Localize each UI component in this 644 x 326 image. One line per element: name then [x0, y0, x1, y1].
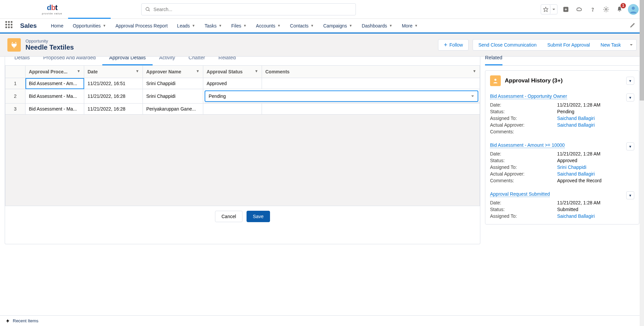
nav-opportunities[interactable]: Opportunities▼ [68, 18, 111, 32]
chevron-down-icon[interactable]: ▼ [389, 24, 392, 27]
cell-process[interactable]: Bid Assessment - Am... [25, 78, 84, 89]
submit-approval-button[interactable]: Submit For Approval [542, 39, 596, 51]
nav-more[interactable]: More▼ [397, 18, 423, 33]
chevron-down-icon: ▼ [473, 69, 476, 73]
history-link[interactable]: Bid Assessment - Amount >= 10000 [490, 142, 565, 148]
cell-comments[interactable] [262, 104, 480, 115]
card-menu-button[interactable]: ▼ [626, 77, 634, 85]
svg-marker-2 [543, 7, 548, 11]
cell-date[interactable]: 11/21/2022, 16:28 [84, 104, 143, 115]
col-comments[interactable]: Comments▼ [262, 66, 480, 78]
chevron-down-icon[interactable]: ▼ [277, 24, 281, 27]
tab-details[interactable]: Details [8, 57, 37, 65]
record-name: Needle Textiles [25, 44, 74, 51]
chevron-down-icon[interactable]: ▼ [243, 24, 247, 27]
chevron-down-icon[interactable]: ▼ [349, 24, 353, 27]
global-header: dbt provide value 1 [0, 0, 644, 19]
chevron-down-icon[interactable]: ▼ [311, 24, 314, 27]
item-menu-button[interactable]: ▼ [626, 142, 634, 150]
org-logo: dbt provide value [42, 3, 62, 15]
approval-history-card: Approval History (3+) ▼ Bid Assessment -… [485, 70, 639, 224]
cell-date[interactable]: 11/21/2022, 16:28 [84, 89, 143, 104]
svg-point-0 [146, 7, 149, 10]
nav-tasks[interactable]: Tasks▼ [200, 18, 227, 33]
history-link[interactable]: Bid Assessment - Opportunity Owner [490, 93, 567, 99]
col-process[interactable]: Approval Proce...▼ [25, 66, 84, 78]
cell-approver[interactable]: Periyakaruppan Gane... [143, 104, 203, 115]
notifications-icon[interactable]: 1 [614, 4, 625, 14]
cell-date[interactable]: 11/21/2022, 16:51 [84, 78, 143, 89]
chevron-down-icon: ▼ [136, 69, 139, 73]
cell-process[interactable]: Bid Assessment - Ma... [25, 104, 84, 115]
notification-badge: 1 [621, 3, 626, 8]
cell-approver[interactable]: Srini Chappidi [143, 89, 203, 104]
user-link[interactable]: Saichand Ballagiri [557, 171, 595, 177]
user-avatar[interactable] [628, 4, 639, 15]
col-date[interactable]: Date▼ [84, 66, 143, 78]
global-search-input[interactable] [141, 3, 356, 15]
help-icon[interactable] [588, 4, 598, 14]
nav-home[interactable]: Home [46, 18, 68, 33]
more-actions-button[interactable] [626, 39, 637, 51]
cell-approver[interactable]: Srini Chappidi [143, 78, 203, 89]
user-link[interactable]: Saichand Ballagiri [557, 116, 595, 121]
search-icon [145, 7, 151, 12]
cell-status-editing[interactable]: Pending Approved Rejected Pending [203, 89, 480, 104]
history-link[interactable]: Approval Request Submitted [490, 191, 550, 197]
svg-point-6 [632, 6, 635, 9]
tab-proposed[interactable]: Proposed And Awarded [37, 57, 103, 65]
item-menu-button[interactable]: ▼ [626, 191, 634, 199]
option-approved[interactable]: Approved [205, 103, 480, 104]
add-icon[interactable] [561, 4, 571, 14]
nav-approval-report[interactable]: Approval Process Report [111, 18, 172, 33]
nav-files[interactable]: Files▼ [227, 18, 251, 33]
chevron-down-icon[interactable]: ▼ [103, 24, 106, 27]
app-launcher-icon[interactable] [5, 21, 15, 30]
history-item: Bid Assessment - Opportunity Owner ▼ Dat… [485, 91, 639, 140]
nav-edit-icon[interactable] [627, 22, 639, 29]
tab-chatter[interactable]: Chatter [182, 57, 212, 65]
favorites-dropdown-icon[interactable] [550, 5, 557, 14]
status-combobox[interactable]: Pending [205, 90, 478, 102]
cell-status[interactable] [203, 104, 262, 115]
row-number: 3 [5, 104, 25, 115]
nav-campaigns[interactable]: Campaigns▼ [319, 18, 357, 33]
chevron-down-icon: ▼ [255, 69, 258, 73]
item-menu-button[interactable]: ▼ [626, 93, 634, 102]
side-tab-related[interactable]: Related [485, 51, 502, 65]
user-link[interactable]: Srini Chappidi [557, 165, 586, 170]
tab-activity[interactable]: Activity [153, 57, 182, 65]
favorite-icon[interactable] [541, 5, 550, 14]
nav-contacts[interactable]: Contacts▼ [285, 18, 319, 33]
record-type: Opportunity [25, 39, 74, 44]
new-task-button[interactable]: New Task [595, 39, 627, 51]
follow-button[interactable]: +Follow [438, 39, 469, 51]
nav-dashboards[interactable]: Dashboards▼ [357, 18, 397, 33]
table-row: 2 Bid Assessment - Ma... 11/21/2022, 16:… [5, 89, 480, 104]
row-number: 2 [5, 89, 25, 104]
cell-status[interactable]: Approved [203, 78, 262, 89]
nav-accounts[interactable]: Accounts▼ [251, 18, 285, 33]
chevron-down-icon[interactable]: ▼ [219, 24, 222, 27]
chevron-down-icon: ▼ [77, 69, 80, 73]
cell-comments[interactable] [262, 78, 480, 89]
user-link[interactable]: Saichand Ballagiri [557, 122, 595, 128]
salesforce-icon[interactable] [574, 4, 584, 14]
svg-point-4 [592, 10, 593, 11]
cancel-button[interactable]: Cancel [215, 211, 243, 222]
user-link[interactable]: Saichand Ballagiri [557, 213, 595, 219]
chevron-down-icon [471, 94, 474, 98]
col-approver[interactable]: Approver Name▼ [143, 66, 203, 78]
cell-process[interactable]: Bid Assessment - Ma... [25, 89, 84, 104]
col-status[interactable]: Approval Status▼ [203, 66, 262, 78]
save-button[interactable]: Save [247, 211, 270, 222]
detail-tabs: Details Proposed And Awarded Approval De… [5, 57, 480, 66]
setup-icon[interactable] [601, 4, 611, 14]
chevron-down-icon[interactable]: ▼ [415, 24, 418, 27]
chevron-down-icon[interactable]: ▼ [192, 24, 195, 27]
tab-approval-details[interactable]: Approval Details [102, 57, 152, 65]
nav-leads[interactable]: Leads▼ [172, 18, 200, 33]
tab-related[interactable]: Related [212, 57, 243, 65]
history-item: Bid Assessment - Amount >= 10000 ▼ Date:… [485, 140, 639, 189]
send-close-button[interactable]: Send Close Communication [473, 39, 542, 51]
